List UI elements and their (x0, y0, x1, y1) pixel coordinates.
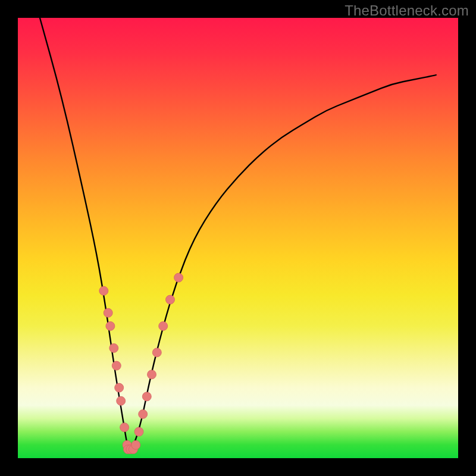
data-point (174, 273, 183, 282)
data-point (120, 423, 129, 432)
chart-frame: TheBottleneck.com (0, 0, 476, 476)
data-point (109, 344, 118, 353)
data-point (131, 440, 140, 449)
data-point (152, 348, 161, 357)
data-point (117, 396, 126, 405)
data-point (112, 361, 121, 370)
chart-plot-area (18, 18, 458, 458)
data-point (99, 286, 108, 295)
chart-svg (18, 18, 458, 458)
data-point (142, 392, 151, 401)
watermark-text: TheBottleneck.com (345, 2, 469, 19)
bottleneck-curve (40, 18, 436, 449)
data-point (104, 308, 112, 317)
marker-layer (99, 273, 183, 454)
data-point (166, 295, 175, 304)
data-point (148, 370, 156, 379)
data-point (106, 322, 115, 331)
data-point (134, 427, 143, 436)
data-point (159, 322, 168, 331)
data-point (115, 383, 124, 392)
data-point (139, 410, 148, 419)
